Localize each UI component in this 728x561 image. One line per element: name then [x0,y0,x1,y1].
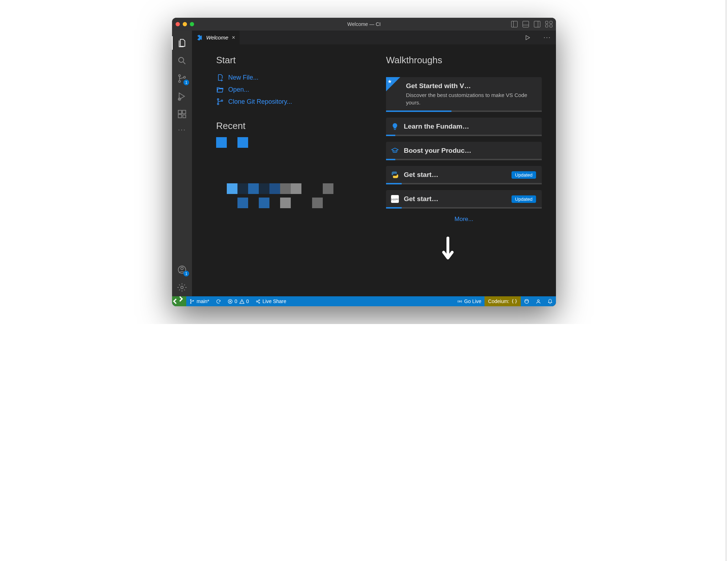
accounts-icon[interactable]: 1 [172,261,192,279]
codeium-status[interactable]: Codeium: [485,296,521,306]
search-icon[interactable] [172,52,192,70]
new-file-link[interactable]: New File... [216,71,372,83]
python-icon [391,171,399,179]
close-tab-icon[interactable]: × [232,34,235,41]
minimize-window-button[interactable] [183,22,187,26]
svg-point-17 [193,300,194,301]
liveshare-label: Live Share [262,298,286,304]
recent-item-1[interactable] [216,137,372,148]
customize-layout-icon[interactable] [545,21,552,27]
recent-section: Recent [216,120,372,208]
git-branch-status[interactable]: main* [186,296,213,306]
problems-status[interactable]: 0 0 [224,296,252,306]
go-live-label: Go Live [464,298,481,304]
svg-point-22 [459,301,460,302]
tab-welcome[interactable]: Welcome × [192,31,240,44]
svg-rect-7 [178,114,182,118]
updated-badge: Updated [512,171,536,179]
remote-indicator[interactable] [172,296,186,306]
maximize-window-button[interactable] [190,22,194,26]
source-control-icon[interactable]: 1 [172,70,192,87]
start-heading: Start [216,55,372,66]
walkthroughs-column: Walkthroughs Get Started with V… Discove… [386,55,542,293]
warnings-count: 0 [246,298,249,304]
new-file-icon [216,74,224,81]
clone-git-link[interactable]: Clone Git Repository... [216,96,372,108]
walkthrough-vscode-desc: Discover the best customizations to make… [406,91,536,106]
braces-icon [512,298,517,304]
sync-status[interactable] [213,296,224,306]
run-icon[interactable] [524,34,531,41]
welcome-page: Start New File... Open... Clone Git Repo… [192,45,556,296]
codeium-label: Codeium: [488,298,509,304]
toggle-secondary-sidebar-icon[interactable] [534,21,540,27]
copilot-status[interactable] [521,296,532,306]
tab-label: Welcome [206,34,228,41]
walkthrough-jupyter[interactable]: jupyter Get start… Updated [386,190,542,209]
svg-point-20 [259,300,260,301]
editor-area: Welcome × ··· Start New File... [192,31,556,296]
more-walkthroughs-link[interactable]: More... [386,216,542,223]
accounts-badge: 1 [183,271,189,276]
explorer-icon[interactable] [172,34,192,52]
window-title: Welcome — CI [172,21,556,27]
open-link[interactable]: Open... [216,83,372,96]
recent-item-2[interactable] [216,183,372,194]
recent-heading: Recent [216,120,372,131]
toggle-primary-sidebar-icon[interactable] [511,21,518,27]
lightbulb-icon [391,123,399,130]
run-debug-icon[interactable] [172,87,192,105]
svg-point-21 [259,302,260,303]
svg-rect-5 [178,110,182,114]
open-label: Open... [228,86,249,93]
walkthrough-productivity[interactable]: Boost your Produc… [386,142,542,160]
layout-controls [511,21,552,27]
star-badge-icon [386,77,400,91]
extensions-icon[interactable] [172,105,192,123]
notifications-status[interactable] [544,296,556,306]
errors-count: 0 [235,298,237,304]
toggle-panel-icon[interactable] [523,21,529,27]
svg-point-12 [217,99,219,100]
close-window-button[interactable] [176,22,180,26]
jupyter-icon: jupyter [391,195,399,203]
settings-gear-icon[interactable] [172,279,192,296]
svg-point-16 [191,302,192,303]
svg-point-13 [217,103,219,104]
editor-more-actions[interactable]: ··· [544,34,551,41]
scm-badge: 1 [183,80,189,85]
clone-label: Clone Git Repository... [228,98,292,106]
walkthroughs-heading: Walkthroughs [386,55,542,66]
window-controls [176,22,194,26]
new-file-label: New File... [228,74,258,81]
svg-rect-8 [183,115,186,118]
walkthrough-python[interactable]: Get start… Updated [386,166,542,184]
activity-bar: 1 ··· 1 [172,31,192,296]
walkthrough-vscode-title: Get Started with V… [406,82,536,90]
graduation-cap-icon [391,147,399,155]
svg-point-23 [537,300,539,301]
walkthrough-fundamentals-title: Learn the Fundam… [404,123,536,130]
liveshare-status[interactable]: Live Share [252,296,289,306]
vscode-file-icon [196,34,203,41]
svg-point-19 [257,301,258,302]
branch-name: main* [197,298,209,304]
svg-point-15 [191,299,192,300]
svg-point-0 [179,58,184,63]
activity-overflow[interactable]: ··· [172,123,192,137]
go-live-status[interactable]: Go Live [454,296,485,306]
svg-point-11 [181,286,183,289]
svg-point-1 [178,75,180,76]
svg-point-2 [178,81,180,82]
walkthrough-vscode[interactable]: Get Started with V… Discover the best cu… [386,77,542,112]
walkthrough-jupyter-title: Get start… [404,195,508,203]
recent-item-2b [216,198,372,208]
svg-point-3 [183,76,185,78]
walkthrough-fundamentals[interactable]: Learn the Fundam… [386,118,542,136]
start-column: Start New File... Open... Clone Git Repo… [216,55,372,293]
feedback-status[interactable] [532,296,544,306]
tab-bar: Welcome × ··· [192,31,556,45]
updated-badge: Updated [512,195,536,203]
git-branch-icon [216,98,224,106]
titlebar: Welcome — CI [172,18,556,31]
